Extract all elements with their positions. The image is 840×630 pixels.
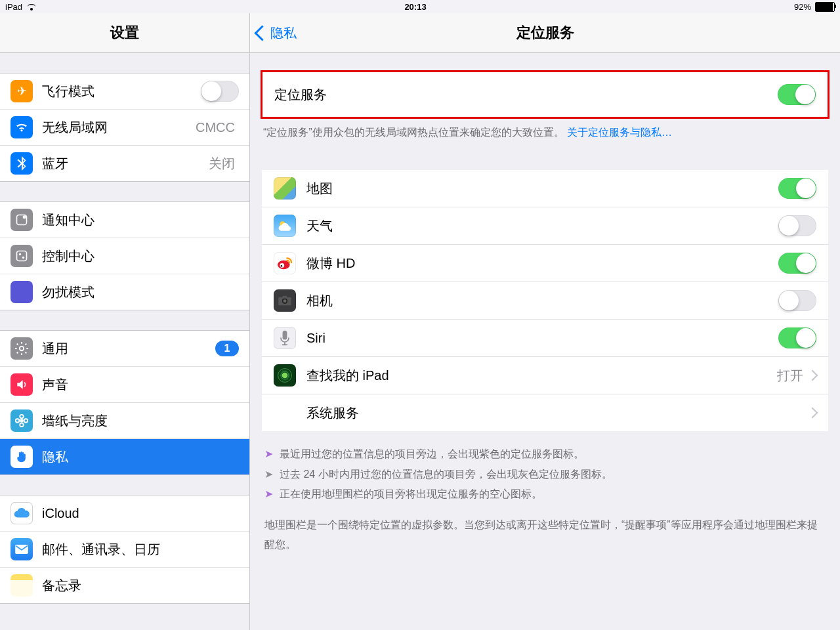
- airplane-icon: ✈︎: [10, 80, 33, 102]
- about-location-link[interactable]: 关于定位服务与隐私…: [567, 127, 672, 138]
- location-arrow-purple-icon: ➤: [264, 444, 273, 464]
- weibo-icon: [274, 252, 296, 274]
- svg-point-23: [282, 373, 288, 379]
- siri-toggle[interactable]: [778, 327, 816, 348]
- bluetooth-icon: [10, 152, 33, 175]
- app-row-camera[interactable]: 相机: [262, 282, 828, 320]
- battery-percent: 92%: [794, 2, 811, 12]
- status-bar: iPad 20:13 92%: [0, 0, 840, 13]
- back-label: 隐私: [270, 24, 297, 42]
- sidebar-item-notes[interactable]: 备忘录: [0, 568, 249, 604]
- location-master-footer: “定位服务”使用众包的无线局域网热点位置来确定您的大致位置。 关于定位服务与隐私…: [250, 119, 840, 140]
- weather-icon: [274, 215, 296, 237]
- svg-point-9: [16, 419, 20, 423]
- svg-point-7: [20, 415, 24, 419]
- svg-point-1: [23, 215, 26, 219]
- svg-rect-2: [17, 251, 27, 261]
- settings-sidebar: 设置 ✈︎ 飞行模式 无线局域网 CMCC: [0, 13, 250, 630]
- app-row-weibo[interactable]: 微博 HD: [262, 245, 828, 282]
- gear-icon: [10, 337, 33, 360]
- sidebar-item-icloud[interactable]: iCloud: [0, 495, 249, 532]
- sidebar-item-notification[interactable]: 通知中心: [0, 201, 249, 238]
- apps-section: 地图 天气 微博 HD: [262, 170, 828, 431]
- sidebar-item-privacy[interactable]: 隐私: [0, 439, 249, 475]
- flower-icon: [10, 410, 33, 432]
- svg-point-5: [20, 346, 24, 350]
- legend-paragraph: 地理围栏是一个围绕特定位置的虚拟参数。当您到达或离开这些特定位置时，“提醒事项”…: [264, 515, 826, 555]
- siri-icon: [274, 327, 296, 349]
- chevron-left-icon: [254, 25, 270, 41]
- location-master-row[interactable]: 定位服务: [262, 72, 828, 117]
- svg-point-19: [284, 300, 287, 303]
- detail-pane: 隐私 定位服务 定位服务 “定位服务”使用众包的无线局域网热点位置来确定您的大致…: [250, 13, 840, 630]
- app-row-weather[interactable]: 天气: [262, 207, 828, 245]
- maps-toggle[interactable]: [778, 178, 816, 199]
- back-button[interactable]: 隐私: [250, 24, 303, 42]
- device-label: iPad: [5, 2, 22, 12]
- sidebar-item-airplane[interactable]: ✈︎ 飞行模式: [0, 73, 249, 110]
- weather-toggle[interactable]: [778, 215, 816, 236]
- sidebar-item-controlcenter[interactable]: 控制中心: [0, 238, 249, 274]
- svg-point-8: [20, 423, 24, 427]
- sidebar-item-general[interactable]: 通用 1: [0, 330, 249, 367]
- svg-point-15: [281, 265, 283, 267]
- maps-icon: [274, 177, 296, 200]
- location-master-toggle[interactable]: [778, 84, 816, 105]
- svg-rect-17: [283, 296, 287, 299]
- legend: ➤最近用过您的位置信息的项目旁边，会出现紫色的定位服务图标。 ➤过去 24 小时…: [264, 444, 826, 555]
- svg-point-10: [24, 419, 28, 423]
- sidebar-item-dnd[interactable]: 勿扰模式: [0, 274, 249, 310]
- sidebar-item-wallpaper[interactable]: 墙纸与亮度: [0, 403, 249, 439]
- controlcenter-icon: [10, 245, 33, 267]
- chevron-right-icon: [807, 370, 818, 381]
- camera-toggle[interactable]: [778, 290, 816, 311]
- sidebar-item-mail[interactable]: 邮件、通讯录、日历: [0, 532, 249, 568]
- camera-icon: [274, 289, 296, 312]
- cloud-icon: [10, 502, 33, 524]
- mail-icon: [10, 538, 33, 560]
- find-ipad-icon: [274, 364, 296, 387]
- detail-header: 隐私 定位服务: [250, 13, 840, 53]
- svg-point-3: [19, 253, 21, 255]
- wifi-icon: [26, 3, 37, 10]
- app-row-system-services[interactable]: 系统服务: [262, 394, 828, 431]
- wifi-settings-icon: [10, 116, 33, 138]
- sidebar-item-wifi[interactable]: 无线局域网 CMCC: [0, 110, 249, 146]
- hand-icon: [10, 446, 33, 468]
- sidebar-item-sound[interactable]: 声音: [0, 367, 249, 403]
- notification-icon: [10, 209, 33, 231]
- app-row-siri[interactable]: Siri: [262, 320, 828, 357]
- speaker-icon: [10, 373, 33, 396]
- airplane-toggle[interactable]: [201, 81, 239, 102]
- location-arrow-outline-icon: ➤: [264, 484, 273, 504]
- svg-rect-20: [283, 331, 287, 340]
- sidebar-header: 设置: [0, 13, 249, 53]
- weibo-toggle[interactable]: [778, 253, 816, 274]
- svg-point-6: [20, 419, 24, 423]
- chevron-right-icon: [807, 408, 818, 419]
- notes-icon: [10, 574, 33, 597]
- detail-title: 定位服务: [516, 23, 574, 43]
- general-badge: 1: [215, 341, 239, 356]
- sidebar-title: 设置: [110, 23, 139, 43]
- app-row-find-ipad[interactable]: 查找我的 iPad 打开: [262, 357, 828, 394]
- location-master-section: 定位服务: [261, 70, 830, 119]
- sidebar-item-bluetooth[interactable]: 蓝牙 关闭: [0, 146, 249, 182]
- app-row-maps[interactable]: 地图: [262, 170, 828, 207]
- status-time: 20:13: [404, 2, 426, 12]
- location-arrow-gray-icon: ➤: [264, 465, 273, 484]
- moon-icon: [10, 281, 33, 303]
- svg-point-4: [22, 257, 24, 259]
- battery-icon: [815, 2, 835, 12]
